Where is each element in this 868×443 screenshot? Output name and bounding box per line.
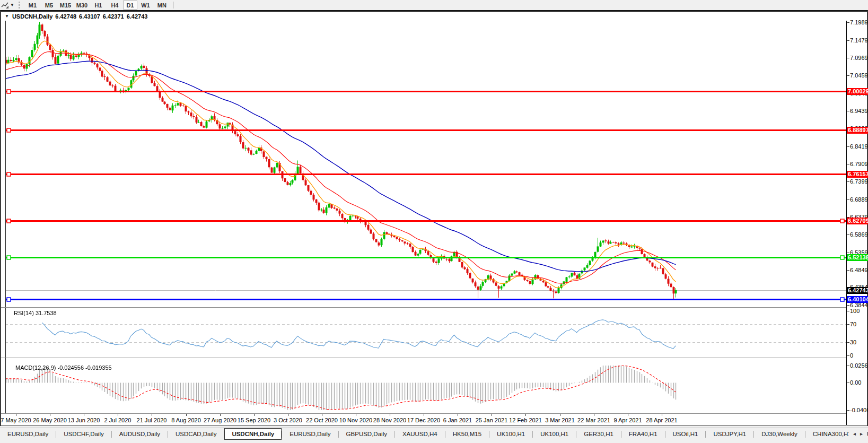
date-axis-label: 2 Jul 2020	[104, 417, 131, 423]
price-axis-tick: 7.09690	[847, 55, 868, 61]
axis-tick-mark	[847, 410, 849, 411]
chart-tab-uk100-h1[interactable]: UK100,H1	[489, 428, 532, 440]
date-tick-mark	[492, 414, 492, 416]
chart-tab-dj30-weekly[interactable]: DJ30,Weekly	[754, 428, 805, 440]
hline-price-badge[interactable]: 7.00029	[847, 88, 868, 95]
ohlc-low: 6.42371	[103, 13, 124, 20]
axis-tick-mark	[847, 342, 849, 343]
date-axis-label: 17 Dec 2020	[407, 417, 440, 423]
tab-scroll-left-icon[interactable]: ◂	[853, 431, 856, 437]
axis-tick-mark	[847, 305, 849, 306]
panel-separator	[1, 413, 867, 414]
chart-title-bar: ▼ USDCNH,Daily 6.42748 6.43107 6.42371 6…	[1, 12, 867, 21]
axis-tick-mark	[847, 355, 849, 356]
status-strip	[0, 440, 868, 443]
timeframe-button-group: M1M5M15M30H1H4D1W1MN	[24, 1, 170, 10]
axis-tick-mark	[847, 40, 849, 41]
collapse-indicator-icon[interactable]: ▼	[5, 14, 9, 19]
macd-label: MACD(12,26,9) -0.024556 -0.019355	[15, 364, 112, 371]
chart-tab-ger30-h1[interactable]: GER30,H1	[576, 428, 621, 440]
ohlc-open: 6.42748	[55, 13, 76, 20]
ohlc-close: 6.42743	[127, 13, 148, 20]
rsi-axis-tick: 30	[847, 339, 856, 345]
timeframe-button-m15[interactable]: M15	[57, 1, 74, 10]
timeframe-button-m1[interactable]: M1	[24, 1, 41, 10]
hline-price-badge[interactable]: 6.88897	[847, 127, 868, 134]
current-price-badge: 6.42743	[847, 287, 868, 294]
date-tick-mark	[525, 414, 526, 416]
timeframe-button-w1[interactable]: W1	[137, 1, 154, 10]
chart-cursor-icon[interactable]	[0, 1, 10, 10]
price-axis-column: 7.198907.147907.096907.045906.994906.943…	[846, 21, 867, 425]
date-tick-mark	[662, 414, 662, 416]
price-axis-tick: 6.48490	[847, 267, 868, 273]
hline-price-badge[interactable]: 6.76157	[847, 171, 868, 178]
date-tick-mark	[152, 414, 152, 416]
chart-tab-gbpusd-daily[interactable]: GBPUSD,Daily	[339, 428, 394, 440]
hline-price-badge[interactable]: 6.40104	[847, 296, 868, 303]
date-tick-mark	[254, 414, 255, 416]
date-tick-mark	[390, 414, 390, 416]
date-tick-mark	[560, 414, 560, 416]
date-axis-label: 28 Nov 2020	[373, 417, 406, 423]
timeframe-button-mn[interactable]: MN	[154, 1, 170, 10]
top-toolbar: ▼ M1M5M15M30H1H4D1W1MN	[0, 0, 868, 10]
date-axis-label: 21 Jul 2020	[137, 417, 167, 423]
hline-price-badge[interactable]: 6.62709	[847, 218, 868, 224]
date-tick-mark	[16, 414, 16, 416]
hline-price-badge[interactable]: 6.52138	[847, 254, 868, 261]
chart-tab-usdjpy-h1[interactable]: USDJPY,H1	[706, 428, 753, 440]
axis-tick-mark	[847, 366, 849, 366]
timeframe-button-d1[interactable]: D1	[123, 1, 137, 10]
date-tick-mark	[118, 414, 118, 416]
rsi-axis-tick: 0	[847, 352, 853, 359]
macd-axis-tick: -0.040687	[847, 407, 868, 413]
chart-tab-usoil-h1[interactable]: USOil,H1	[665, 428, 706, 440]
chart-tab-eurusd-daily[interactable]: EURUSD,Daily	[0, 428, 56, 440]
price-axis-tick: 7.14790	[847, 37, 868, 44]
timeframe-button-m30[interactable]: M30	[74, 1, 90, 10]
main-chart-canvas[interactable]	[1, 21, 846, 307]
date-axis-label: 3 Mar 2021	[545, 417, 575, 423]
toolbar-separator	[173, 2, 174, 8]
chart-tab-uk100-h1[interactable]: UK100,H1	[533, 428, 576, 440]
date-axis-label: 22 Oct 2020	[306, 417, 338, 423]
chart-tab-usdcad-daily[interactable]: USDCAD,Daily	[168, 428, 224, 440]
rsi-label: RSI(14) 31.7538	[14, 310, 57, 316]
macd-indicator-canvas[interactable]	[1, 358, 846, 413]
date-tick-mark	[424, 414, 424, 416]
axis-tick-mark	[847, 164, 849, 164]
price-axis-tick: 7.04590	[847, 72, 868, 79]
panel-separator[interactable]	[1, 307, 867, 308]
date-tick-mark	[458, 414, 458, 416]
date-axis-label: 26 May 2020	[33, 417, 67, 423]
chart-tab-hk50-m15[interactable]: HK50,M15	[445, 428, 489, 440]
axis-tick-mark	[847, 22, 849, 23]
price-axis-tick: 6.68890	[847, 196, 868, 203]
chart-tab-usdchf-daily[interactable]: USDCHF,Daily	[56, 428, 111, 440]
tool-dropdown-arrow-icon[interactable]: ▼	[10, 3, 14, 7]
chart-tab-fra40-h1[interactable]: FRA40,H1	[621, 428, 665, 440]
rsi-axis-tick: 100	[847, 308, 860, 314]
axis-tick-mark	[847, 75, 849, 76]
panel-separator[interactable]	[1, 358, 867, 358]
date-axis-label: 9 Apr 2021	[613, 417, 642, 423]
chart-tab-eurusd-daily[interactable]: EURUSD,Daily	[282, 428, 338, 440]
date-tick-mark	[628, 414, 628, 416]
date-axis-label: 13 Jun 2020	[68, 417, 100, 423]
axis-tick-mark	[847, 146, 849, 147]
timeframe-button-m5[interactable]: M5	[41, 1, 57, 10]
chart-window: ▼ USDCNH,Daily 6.42748 6.43107 6.42371 6…	[0, 10, 868, 426]
chart-tab-audusd-daily[interactable]: AUDUSD,Daily	[112, 428, 168, 440]
rsi-indicator-canvas[interactable]	[1, 308, 846, 358]
chart-tab-xauusd-h4[interactable]: XAUUSD,H4	[395, 428, 445, 440]
tab-scroll-right-icon[interactable]: ▸	[860, 431, 863, 437]
chart-symbol-period: USDCNH,Daily	[12, 13, 52, 20]
timeframe-button-h4[interactable]: H4	[107, 1, 123, 10]
axis-tick-mark	[847, 383, 849, 383]
chart-tab-usdcnh-daily[interactable]: USDCNH,Daily	[224, 428, 282, 440]
date-axis-label: 28 Apr 2021	[646, 417, 677, 423]
timeframe-button-h1[interactable]: H1	[90, 1, 107, 10]
date-axis-label: 15 Sep 2020	[238, 417, 270, 423]
date-tick-mark	[84, 414, 84, 416]
